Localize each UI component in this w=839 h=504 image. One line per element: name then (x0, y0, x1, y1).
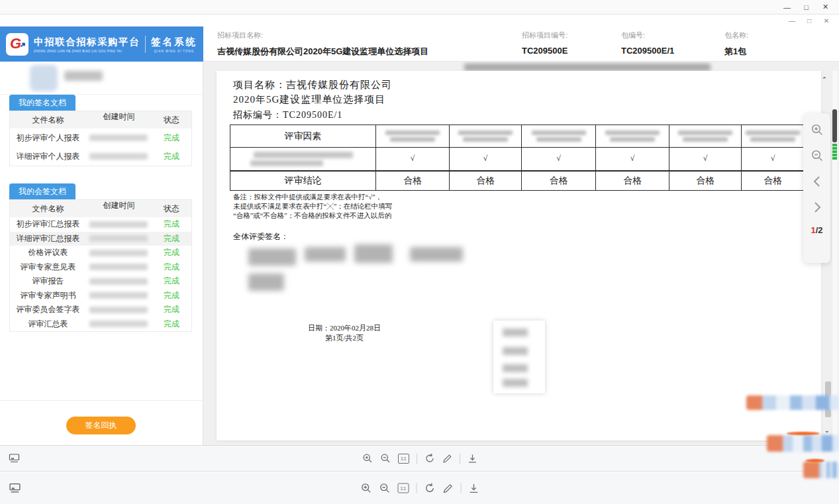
doc-name: 详细评审个人报表 (10, 151, 86, 162)
scroll-down-icon[interactable]: ⌄ (824, 427, 830, 434)
doc-time-redacted (86, 260, 152, 275)
zoom-in-icon[interactable] (362, 453, 373, 464)
doc-name: 评审汇总表 (10, 319, 86, 330)
package-name-value: 第1包 (724, 46, 748, 58)
document-page[interactable]: 项目名称：吉视传媒股份有限公司 2020年5G建设监理单位选择项目 招标编号：T… (217, 71, 821, 440)
toolbar-divider (460, 454, 460, 464)
zoom-in-icon[interactable] (809, 120, 826, 140)
note-line: 未提供或不满足要求在表中打“╳”；在结论栏中填写 (233, 202, 392, 211)
table-row[interactable]: 评审报告 完成 (10, 274, 191, 289)
toolbar-divider (416, 483, 417, 493)
viewer-floating-toolbar: 1/2 (803, 113, 830, 263)
widget-redacted (803, 462, 839, 478)
bidder-name-redacted (376, 125, 450, 148)
toolbar-divider (460, 483, 461, 493)
signature-redacted (248, 248, 296, 266)
doc-time-redacted (86, 128, 152, 147)
device-icon[interactable] (9, 454, 20, 464)
doc-time-redacted (86, 317, 152, 332)
table-row[interactable]: 详细评审个人报表 完成 (10, 147, 191, 166)
project-info-bar: 招标项目名称: 吉视传媒股份有限公司2020年5G建设监理单位选择项目 招标项目… (203, 26, 839, 62)
table-row[interactable]: 价格评议表 完成 (10, 246, 191, 260)
doc-name: 评审专家声明书 (10, 290, 86, 301)
total-pages: 2 (818, 225, 822, 235)
col-status: 状态 (152, 115, 191, 126)
rotate-icon[interactable] (424, 453, 435, 464)
zoom-out-icon[interactable] (380, 453, 391, 464)
pdf-toolbar: 1:1 (362, 453, 477, 464)
doc-page-number: 第1页/共2页 (285, 333, 404, 343)
sign-receipt-button[interactable]: 签名回执 (66, 417, 136, 434)
actual-size-icon[interactable]: 1:1 (397, 483, 409, 493)
tab-my-countersign-docs[interactable]: 我的会签文档 (9, 183, 75, 199)
download-icon[interactable] (468, 454, 477, 464)
table-row-selected[interactable]: 详细评审汇总报表 完成 (10, 232, 191, 246)
status-badge: 完成 (152, 319, 191, 330)
table-row[interactable]: 评审汇总表 完成 (10, 317, 191, 332)
zoom-out-icon[interactable] (379, 483, 390, 494)
factor-header-cell: 评审因素 (230, 125, 376, 148)
project-no-label: 招标项目编号: (522, 30, 568, 40)
minimize-icon[interactable]: — (777, 3, 797, 11)
bidder-name-redacted (669, 125, 742, 148)
doc-project-line1: 项目名称：吉视传媒股份有限公司 (233, 79, 392, 91)
countersign-docs-table: 文件名称 创建时间 状态 初步评审汇总报表 完成 详细评审汇总报表 完成 价格评… (9, 199, 192, 332)
system-title: 签名系统 (151, 36, 197, 48)
signature-label: 全体评委签名： (233, 231, 289, 242)
actual-size-icon[interactable]: 1:1 (398, 454, 409, 464)
package-name-label: 包名称: (724, 30, 748, 40)
bidder-name-redacted (522, 125, 596, 148)
edit-pencil-icon[interactable] (442, 454, 452, 464)
col-created-time: 创建时间 (86, 200, 152, 217)
minimize-icon[interactable]: — (783, 17, 801, 25)
doc-name: 初步评审汇总报表 (10, 219, 86, 230)
status-badge: 完成 (152, 233, 191, 244)
package-no-label: 包编号: (621, 30, 674, 40)
scroll-up-icon[interactable]: ⌃ (822, 76, 827, 83)
close-icon[interactable]: ✕ (816, 3, 835, 11)
table-row[interactable]: 评审委员会签字表 完成 (10, 303, 191, 317)
bidder-name-redacted (450, 125, 522, 148)
sidebar-footer: 签名回执 (0, 400, 203, 445)
col-created-time: 创建时间 (86, 111, 152, 128)
doc-name: 价格评议表 (10, 247, 86, 258)
doc-name: 评审委员会签字表 (10, 304, 86, 315)
bottom-toolbar-band-2: 1:1 (0, 472, 839, 504)
table-header: 文件名称 创建时间 状态 (10, 200, 191, 217)
rotate-icon[interactable] (424, 483, 435, 494)
zoom-out-icon[interactable] (809, 146, 826, 166)
widget-redacted (767, 435, 839, 452)
edit-pencil-icon[interactable] (442, 483, 453, 493)
project-no-value: TC209500E (522, 46, 568, 56)
table-row[interactable]: 初步评审个人报表 完成 (10, 128, 191, 147)
check-cell: √ (742, 148, 805, 171)
scrollbar-thumb[interactable] (832, 109, 837, 142)
table-row[interactable]: 评审专家意见表 完成 (10, 260, 191, 275)
next-page-icon[interactable] (809, 197, 826, 217)
download-icon[interactable] (468, 483, 479, 493)
maximize-icon[interactable]: □ (801, 17, 818, 25)
pass-cell: 合格 (596, 171, 669, 191)
table-row[interactable]: 评审专家声明书 完成 (10, 289, 191, 303)
evaluation-table: 评审因素 √ √ √ √ √ (230, 125, 821, 191)
doc-time-redacted (86, 217, 152, 232)
project-name-label: 招标项目名称: (217, 30, 428, 40)
outer-titlebar: — □ ✕ (0, 0, 839, 15)
maximize-icon[interactable]: □ (797, 3, 816, 11)
app-window: — □ ✕ — □ ✕ G ➜ 中招联合招标采购平台 ZHONG ZHAO LI… (0, 0, 839, 504)
status-badge: 完成 (152, 276, 191, 287)
page-indicator: 1/2 (811, 225, 822, 235)
status-badge: 完成 (152, 151, 191, 162)
tab-my-signature-docs[interactable]: 我的签名文档 (9, 95, 75, 111)
signature-docs-table: 文件名称 创建时间 状态 初步评审个人报表 完成 详细评审个人报表 完成 (9, 111, 192, 166)
brand-divider (145, 36, 146, 53)
device-icon[interactable] (9, 483, 21, 493)
table-row[interactable]: 初步评审汇总报表 完成 (10, 217, 191, 232)
note-line: 备注：投标文件中提供或满足要求在表中打“√”， (233, 193, 392, 202)
prev-page-icon[interactable] (809, 172, 826, 191)
brand-banner: G ➜ 中招联合招标采购平台 ZHONG ZHAO LIAN HE ZHAO B… (0, 26, 203, 62)
widget-redacted (746, 395, 839, 410)
close-icon[interactable]: ✕ (818, 17, 835, 25)
note-line: “合格”或“不合格”；不合格的投标文件不进入以后的 (233, 211, 392, 221)
zoom-in-icon[interactable] (360, 483, 371, 494)
